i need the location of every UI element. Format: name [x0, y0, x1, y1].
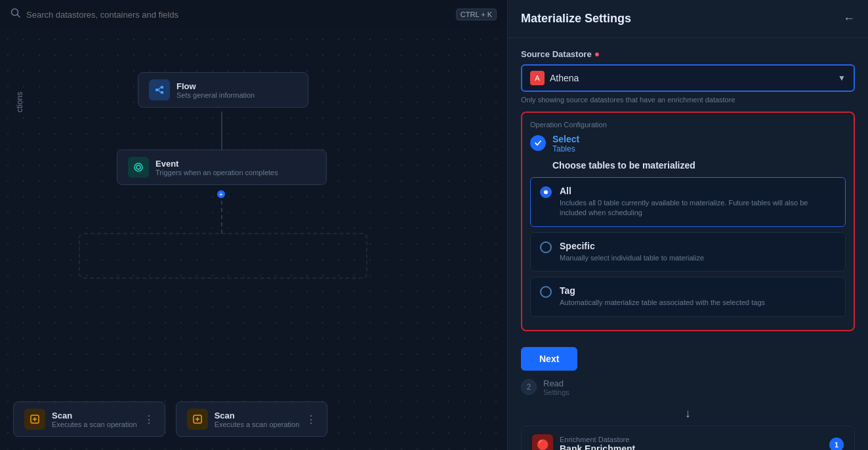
- step1-labels: Select Tables: [552, 134, 579, 153]
- enrichment-badge: 1: [829, 438, 844, 450]
- scan1-content: Scan Executes a scan operation: [52, 411, 137, 428]
- datastore-dropdown[interactable]: A Athena ▼: [521, 64, 855, 92]
- source-label-text: Source Datastore: [521, 49, 592, 59]
- option-tag[interactable]: Tag Automatically materialize table asso…: [530, 277, 846, 316]
- scan1-menu[interactable]: ⋮: [144, 413, 154, 426]
- event-node-content: Event Triggers when an operation complet…: [155, 159, 278, 176]
- scan2-sub: Executes a scan operation: [215, 420, 300, 428]
- panel-close-button[interactable]: ←: [843, 12, 855, 26]
- scan2-content: Scan Executes a scan operation: [215, 411, 300, 428]
- option-tag-desc: Automatically materialize table associat…: [560, 298, 765, 308]
- search-shortcut: CTRL + K: [456, 9, 497, 20]
- source-label: Source Datastore ●: [521, 49, 855, 59]
- canvas-panel: CTRL + K ctions Flow Sets general inform…: [0, 0, 507, 450]
- panel-body: Source Datastore ● A Athena ▼ Only showi…: [508, 38, 868, 450]
- enrichment-label: Enrichment Datastore: [560, 436, 635, 443]
- scan1-sub: Executes a scan operation: [52, 420, 137, 428]
- sidebar-edge: ctions: [0, 66, 39, 450]
- panel-title: Materialize Settings: [521, 12, 631, 26]
- svg-line-1: [18, 15, 20, 18]
- scan1-title: Scan: [52, 411, 137, 420]
- search-icon: [10, 8, 21, 21]
- radio-specific: [540, 241, 552, 253]
- right-panel: Materialize Settings ← Source Datastore …: [507, 0, 868, 450]
- step1-icon: [530, 135, 546, 151]
- step1-row: Select Tables: [530, 134, 846, 153]
- option-specific-content: Specific Manually select individual tabl…: [560, 241, 704, 263]
- enrichment-icon: 🔴: [532, 434, 553, 450]
- svg-point-8: [136, 165, 140, 169]
- option-all-content: All Includes all 0 table currently avail…: [560, 186, 836, 218]
- option-all[interactable]: All Includes all 0 table currently avail…: [530, 177, 846, 227]
- search-bar: CTRL + K: [0, 0, 507, 29]
- operation-config-box: Operation Configuration Select Tables Ch…: [521, 112, 855, 331]
- svg-rect-3: [161, 86, 163, 89]
- datastore-value: Athena: [550, 73, 833, 83]
- add-connector-dot[interactable]: +: [216, 189, 226, 199]
- step2-number: 2: [521, 379, 537, 395]
- flow-icon: [149, 79, 170, 100]
- flow-node: Flow Sets general information: [138, 72, 308, 108]
- scan1-icon: [24, 409, 45, 430]
- step2-sub: Settings: [543, 388, 569, 396]
- scan2-icon: [187, 409, 208, 430]
- option-all-title: All: [560, 186, 836, 196]
- datastore-hint: Only showing source datastores that have…: [521, 96, 855, 104]
- panel-header: Materialize Settings ←: [508, 0, 868, 38]
- option-all-desc: Includes all 0 table currently available…: [560, 198, 836, 218]
- option-tag-content: Tag Automatically materialize table asso…: [560, 285, 765, 308]
- enrichment-content: Enrichment Datastore Bank Enrichment: [560, 436, 635, 450]
- next-button[interactable]: Next: [521, 347, 577, 371]
- flow-node-title: Flow: [176, 81, 255, 91]
- event-icon: [128, 157, 149, 178]
- canvas-area: ctions Flow Sets general information: [0, 33, 507, 450]
- enrichment-bar: 🔴 Enrichment Datastore Bank Enrichment 1: [521, 426, 855, 450]
- dropdown-arrow-icon: ▼: [838, 73, 846, 83]
- step2-labels: Read Settings: [543, 378, 569, 396]
- option-tag-title: Tag: [560, 285, 765, 296]
- option-specific[interactable]: Specific Manually select individual tabl…: [530, 232, 846, 272]
- flow-node-content: Flow Sets general information: [176, 81, 255, 99]
- step2-row: 2 Read Settings: [521, 376, 855, 399]
- datastore-icon: A: [530, 71, 545, 85]
- step1-sub: Tables: [552, 144, 579, 153]
- event-node-title: Event: [155, 159, 278, 169]
- dashed-placeholder: [79, 233, 367, 279]
- scan-node-2: Scan Executes a scan operation ⋮: [176, 401, 328, 437]
- op-config-label: Operation Configuration: [530, 121, 846, 129]
- required-indicator: ●: [594, 49, 600, 59]
- connector-2: [221, 201, 222, 234]
- scan2-title: Scan: [215, 411, 300, 420]
- event-node-sub: Triggers when an operation completes: [155, 169, 278, 176]
- scan-nodes-row: Scan Executes a scan operation ⋮ Scan Ex…: [13, 401, 327, 437]
- scan2-menu[interactable]: ⋮: [306, 413, 316, 426]
- event-node: Event Triggers when an operation complet…: [117, 150, 327, 185]
- radio-all: [540, 186, 552, 198]
- svg-line-5: [158, 87, 161, 90]
- connector-1: [221, 112, 222, 151]
- scan-node-1: Scan Executes a scan operation ⋮: [13, 401, 165, 437]
- svg-line-6: [158, 90, 161, 92]
- radio-tag: [540, 286, 552, 298]
- svg-rect-2: [155, 89, 158, 91]
- svg-point-7: [134, 163, 142, 171]
- search-input[interactable]: [26, 10, 451, 20]
- svg-rect-4: [161, 91, 163, 94]
- arrow-down-icon: ↓: [521, 407, 855, 420]
- step1-label: Select: [552, 134, 579, 144]
- step2-label: Read: [543, 378, 569, 388]
- option-specific-title: Specific: [560, 241, 704, 251]
- flow-node-sub: Sets general information: [176, 91, 255, 99]
- sidebar-label: ctions: [15, 92, 24, 112]
- option-specific-desc: Manually select individual table to mate…: [560, 253, 704, 263]
- enrichment-name: Bank Enrichment: [560, 443, 635, 450]
- choose-title: Choose tables to be materialized: [552, 160, 846, 171]
